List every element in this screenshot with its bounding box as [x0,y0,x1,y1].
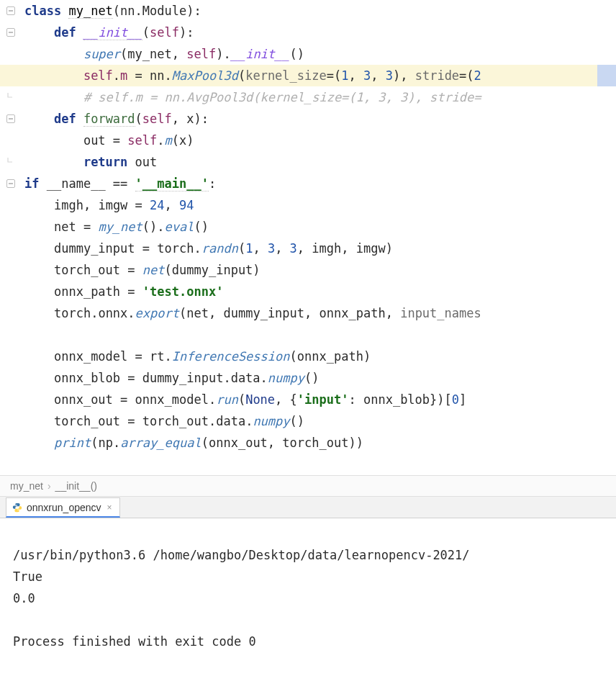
code-line[interactable]: if __name__ == '__main__': [0,173,616,194]
code-line[interactable]: def forward(self, x): [0,108,616,130]
console-output[interactable]: /usr/bin/python3.6 /home/wangbo/Desktop/… [0,518,616,658]
code-line[interactable]: class my_net(nn.Module): [0,0,616,22]
console-tab[interactable]: onnxrun_opencv × [6,497,120,518]
console-line: 0.0 [13,591,35,605]
console-line: Process finished with exit code 0 [13,634,256,649]
fold-toggle-icon[interactable] [0,173,22,194]
console-line: /usr/bin/python3.6 /home/wangbo/Desktop/… [13,548,470,562]
code-line[interactable]: print(np.array_equal(onnx_out, torch_out… [0,432,616,454]
code-line[interactable]: onnx_out = onnx_model.run(None, {'input'… [0,389,616,410]
selection-highlight [597,65,616,86]
code-line[interactable]: onnx_blob = dummy_input.data.numpy() [0,367,616,389]
python-file-icon [12,503,22,513]
class-name: my_net [68,4,112,19]
fold-toggle-icon[interactable] [0,22,22,43]
code-line-current[interactable]: self.m = nn.MaxPool3d(kernel_size=(1, 3,… [0,65,616,86]
code-line[interactable]: torch_out = net(dummy_input) [0,259,616,281]
console-line: True [13,569,42,584]
console-tab-bar: onnxrun_opencv × [0,497,616,518]
code-line[interactable]: torch.onnx.export(net, dummy_input, onnx… [0,302,616,324]
fold-end-icon [0,86,22,108]
close-icon[interactable]: × [107,503,112,513]
keyword-class: class [24,4,61,18]
method-name: forward [83,112,135,127]
code-line[interactable]: out = self.m(x) [0,130,616,151]
breadcrumb[interactable]: my_net›__init__() [0,475,616,497]
code-line[interactable]: onnx_path = 'test.onnx' [0,281,616,302]
code-line[interactable]: return out [0,151,616,173]
code-line[interactable]: def __init__(self): [0,22,616,43]
method-name: __init__ [83,25,142,40]
fold-end-icon [0,151,22,173]
code-line[interactable]: torch_out = torch_out.data.numpy() [0,410,616,432]
breadcrumb-item[interactable]: __init__() [55,480,97,492]
code-line[interactable]: onnx_model = rt.InferenceSession(onnx_pa… [0,346,616,367]
code-line[interactable]: # self.m = nn.AvgPool3d(kernel_size=(1, … [0,86,616,108]
code-line[interactable]: super(my_net, self).__init__() [0,43,616,65]
chevron-right-icon: › [47,480,51,492]
code-line[interactable]: net = my_net().eval() [0,216,616,238]
tab-label: onnxrun_opencv [27,502,101,513]
code-editor[interactable]: class my_net(nn.Module): def __init__(se… [0,0,616,475]
breadcrumb-item[interactable]: my_net [10,480,43,492]
fold-toggle-icon[interactable] [0,108,22,130]
code-line[interactable]: dummy_input = torch.randn(1, 3, 3, imgh,… [0,238,616,259]
fold-toggle-icon[interactable] [0,0,22,22]
code-line[interactable]: imgh, imgw = 24, 94 [0,194,616,216]
code-line[interactable] [0,324,616,346]
code-line[interactable] [0,454,616,475]
